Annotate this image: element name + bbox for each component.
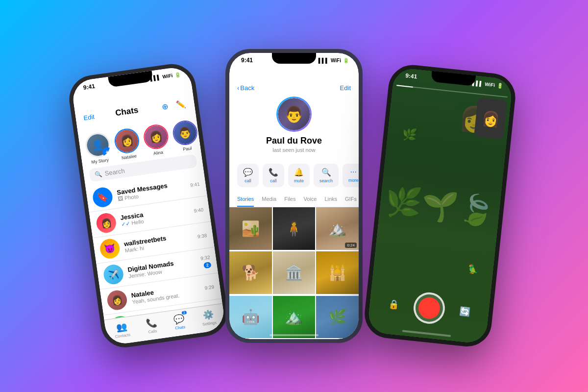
contacts-label: Contacts [115, 333, 131, 339]
saved-messages-content: Saved Messages 🖼 Photo [116, 179, 186, 202]
tab-settings[interactable]: ⚙️ Settings [200, 309, 217, 327]
compose-button[interactable]: ✏️ [174, 98, 187, 111]
action-btn-more[interactable]: ··· more [343, 164, 359, 187]
wifi-icon-3: WiFi [485, 81, 495, 88]
add-story-icon: + [101, 147, 111, 158]
photo-cell-7[interactable]: 🤖 [229, 296, 272, 339]
settings-icon: ⚙️ [202, 309, 215, 321]
record-inner [417, 296, 441, 320]
tab-links[interactable]: Links [324, 192, 337, 207]
alina-avatar: 👩 [143, 124, 169, 149]
record-button[interactable] [412, 291, 446, 325]
chats-tab-label: Chats [175, 325, 186, 331]
photo-2-content: 🧍 [273, 207, 316, 250]
photo-4-content: 🐕 [229, 251, 272, 294]
tab-contacts[interactable]: 👥 Contacts [113, 321, 131, 339]
battery-icon-2: 🔋 [343, 58, 349, 63]
natalee-chat-avatar: 👩 [106, 289, 128, 311]
time-3: 9:41 [403, 72, 417, 80]
call-label: call [270, 178, 277, 183]
jessica-content: Jessica ✓✓ Hello [120, 205, 190, 228]
wsb-content: wallstreetbets Mark: hi [123, 230, 194, 253]
emma-avatar-ring: 👩 [200, 117, 201, 142]
tab-files[interactable]: Files [284, 192, 295, 207]
my-story-avatar: 👤 + [84, 131, 111, 159]
tab-gifs[interactable]: GIFs [345, 192, 357, 207]
nomads-content: Digital Nomads Jennie: Woow [127, 256, 197, 279]
edit-button[interactable]: Edit [83, 113, 95, 122]
photo-cell-1[interactable]: 🏜️ [229, 207, 272, 250]
nomads-meta: 9:32 2 [200, 254, 212, 269]
video-duration: 0:24 [345, 243, 357, 248]
tab-chats-active[interactable]: 💬2 Chats [173, 313, 186, 331]
back-button[interactable]: ‹ Back [237, 84, 254, 92]
new-chat-button[interactable]: ⊕ [158, 100, 172, 113]
photo-6-content: 🕌 [316, 251, 359, 294]
profile-edit-button[interactable]: Edit [340, 84, 351, 92]
photo-cell-9[interactable]: 🌿 [316, 296, 359, 339]
tab-voice[interactable]: Voice [303, 192, 317, 207]
lock-icon: 🔒 [388, 298, 400, 310]
photo-cell-5[interactable]: 🏛️ [273, 251, 316, 294]
phone-profile: 9:41 ▌▌▌ WiFi 🔋 ‹ Back Edit 👨 Paul du Ro… [225, 49, 363, 343]
photo-1-content: 🏜️ [229, 207, 272, 250]
chats-screen: 9:41 ▌▌▌ WiFi 🔋 Edit Chats ⊕ ✏️ [71, 65, 226, 346]
story-selfie-preview[interactable]: 👩 [474, 98, 507, 140]
time-1: 9:41 [81, 83, 96, 92]
alina-avatar-ring: 👩 [142, 123, 170, 150]
natalee-meta: 9:29 [204, 284, 215, 291]
contacts-icon: 👥 [116, 321, 128, 333]
message-label: call [245, 178, 251, 183]
plant-emoji: 🌿🌱🍃 [383, 183, 496, 229]
profile-avatar-ring: 👨 [276, 97, 312, 132]
my-story-item[interactable]: 👤 + My Story [84, 131, 112, 165]
natalee-avatar: 👩 [114, 128, 140, 154]
paul-avatar: 👨 [172, 120, 198, 146]
lock-button[interactable]: 🔒 [384, 294, 404, 314]
natalee-story-label: Natalee [121, 153, 137, 160]
story-item-alina[interactable]: 👩 Alina [142, 123, 171, 157]
profile-avatar-img: 👨 [278, 98, 310, 130]
nomads-badge: 2 [203, 262, 212, 269]
tab-stories[interactable]: Stories [237, 192, 254, 207]
photo-cell-8[interactable]: 🏔️ [273, 296, 316, 339]
profile-status: last seen just now [272, 147, 315, 153]
photo-cell-3[interactable]: 🏔️ 0:24 [316, 207, 359, 250]
saved-messages-avatar: 🔖 [92, 186, 114, 208]
my-story-label: My Story [91, 157, 109, 165]
photo-8-content: 🏔️ [273, 296, 316, 339]
selfie-icon: 👩 [481, 109, 500, 128]
natalee-content: Natalee Yeah, sounds great. [131, 282, 201, 304]
action-btn-message[interactable]: 💬 call [237, 164, 259, 187]
battery-icon: 🔋 [174, 72, 180, 78]
action-btn-mute[interactable]: 🔔 mute [288, 164, 310, 187]
photo-cell-6[interactable]: 🕌 [316, 251, 359, 294]
story-item-paul[interactable]: 👨 Paul [172, 119, 200, 153]
photo-9-content: 🌿 [316, 296, 359, 339]
media-tabs: Stories Media Files Voice Links GIFs [229, 192, 359, 207]
tab-media[interactable]: Media [262, 192, 276, 207]
action-btn-call[interactable]: 📞 call [263, 164, 284, 187]
phone-story: 9:41 ▌▌▌ WiFi 🔋 🌿🌱🍃 👩 🦜 🌿 [362, 63, 517, 349]
home-indicator-2 [270, 334, 318, 336]
photo-cell-4[interactable]: 🐕 [229, 251, 272, 294]
flip-camera-button[interactable]: 🔄 [455, 302, 474, 322]
search-action-icon: 🔍 [321, 168, 331, 177]
saved-messages-meta: 9:41 [190, 181, 200, 188]
story-item-natalee[interactable]: 👩 Natalee [113, 127, 142, 161]
jessica-meta: 9:40 [194, 207, 204, 214]
mute-icon: 🔔 [294, 168, 304, 177]
story-item-emma[interactable]: 👩 Emma [200, 117, 201, 148]
battery-icon-3: 🔋 [497, 82, 503, 88]
settings-label: Settings [202, 320, 217, 327]
photo-cell-2[interactable]: 🧍 [273, 207, 316, 250]
action-btn-search[interactable]: 🔍 search [314, 164, 339, 187]
status-icons-1: ▌▌▌ WiFi 🔋 [150, 72, 181, 81]
search-icon: 🔍 [94, 171, 102, 178]
photo-5-content: 🏛️ [273, 251, 316, 294]
alina-story-label: Alina [153, 150, 163, 156]
tab-calls[interactable]: 📞 Calls [146, 317, 158, 335]
calls-icon: 📞 [146, 317, 158, 329]
more-icon: ··· [350, 168, 357, 176]
parrot-icon: 🦜 [467, 263, 479, 275]
